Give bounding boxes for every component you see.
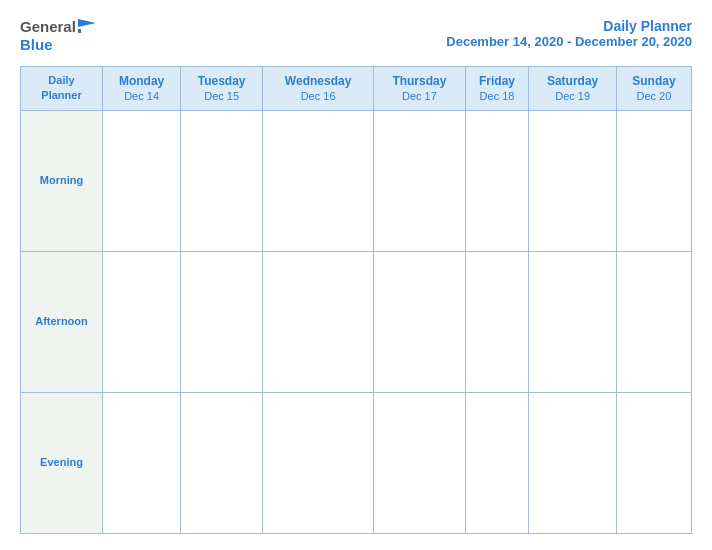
header-tuesday-date: Dec 15 (183, 90, 260, 102)
logo-general-text: General (20, 18, 76, 35)
header-right: Daily Planner December 14, 2020 - Decemb… (446, 18, 692, 49)
morning-row: Morning (21, 110, 692, 251)
svg-marker-0 (78, 19, 96, 27)
evening-friday-cell[interactable] (465, 392, 529, 533)
header-wednesday: Wednesday Dec 16 (263, 66, 374, 110)
header-thursday: Thursday Dec 17 (374, 66, 466, 110)
header-tuesday-name: Tuesday (183, 74, 260, 90)
afternoon-friday-cell[interactable] (465, 251, 529, 392)
morning-sunday-cell[interactable] (616, 110, 691, 251)
header-monday-name: Monday (105, 74, 178, 90)
header-thursday-name: Thursday (376, 74, 463, 90)
header-friday-name: Friday (468, 74, 527, 90)
header-saturday: Saturday Dec 19 (529, 66, 617, 110)
header-sunday-name: Sunday (619, 74, 689, 90)
header-monday-date: Dec 14 (105, 90, 178, 102)
afternoon-saturday-cell[interactable] (529, 251, 617, 392)
afternoon-sunday-cell[interactable] (616, 251, 691, 392)
morning-tuesday-cell[interactable] (181, 110, 263, 251)
evening-row: Evening (21, 392, 692, 533)
header-sunday: Sunday Dec 20 (616, 66, 691, 110)
morning-friday-cell[interactable] (465, 110, 529, 251)
header-saturday-date: Dec 19 (531, 90, 614, 102)
morning-saturday-cell[interactable] (529, 110, 617, 251)
afternoon-wednesday-cell[interactable] (263, 251, 374, 392)
logo: General Blue (20, 18, 96, 52)
afternoon-label: Afternoon (21, 251, 103, 392)
table-header-row: DailyPlanner Monday Dec 14 Tuesday Dec 1… (21, 66, 692, 110)
evening-monday-cell[interactable] (103, 392, 181, 533)
header-wednesday-name: Wednesday (265, 74, 371, 90)
afternoon-monday-cell[interactable] (103, 251, 181, 392)
evening-saturday-cell[interactable] (529, 392, 617, 533)
date-range: December 14, 2020 - December 20, 2020 (446, 34, 692, 49)
evening-sunday-cell[interactable] (616, 392, 691, 533)
header-tuesday: Tuesday Dec 15 (181, 66, 263, 110)
header-wednesday-date: Dec 16 (265, 90, 371, 102)
header-daily-planner-text: DailyPlanner (41, 74, 81, 101)
afternoon-thursday-cell[interactable] (374, 251, 466, 392)
planner-title: Daily Planner (446, 18, 692, 34)
logo-blue-text: Blue (20, 37, 96, 52)
evening-label-text: Evening (40, 456, 83, 468)
evening-wednesday-cell[interactable] (263, 392, 374, 533)
header-friday: Friday Dec 18 (465, 66, 529, 110)
header-thursday-date: Dec 17 (376, 90, 463, 102)
header-monday: Monday Dec 14 (103, 66, 181, 110)
header: General Blue Daily Planner December 14, … (20, 18, 692, 52)
header-daily-planner: DailyPlanner (21, 66, 103, 110)
svg-rect-1 (78, 29, 81, 33)
evening-label: Evening (21, 392, 103, 533)
evening-thursday-cell[interactable] (374, 392, 466, 533)
logo-flag-icon (78, 19, 96, 37)
page: General Blue Daily Planner December 14, … (0, 0, 712, 550)
afternoon-tuesday-cell[interactable] (181, 251, 263, 392)
planner-table: DailyPlanner Monday Dec 14 Tuesday Dec 1… (20, 66, 692, 534)
morning-monday-cell[interactable] (103, 110, 181, 251)
morning-label: Morning (21, 110, 103, 251)
morning-label-text: Morning (40, 174, 83, 186)
header-sunday-date: Dec 20 (619, 90, 689, 102)
afternoon-label-text: Afternoon (35, 315, 88, 327)
afternoon-row: Afternoon (21, 251, 692, 392)
header-friday-date: Dec 18 (468, 90, 527, 102)
evening-tuesday-cell[interactable] (181, 392, 263, 533)
morning-thursday-cell[interactable] (374, 110, 466, 251)
morning-wednesday-cell[interactable] (263, 110, 374, 251)
header-saturday-name: Saturday (531, 74, 614, 90)
